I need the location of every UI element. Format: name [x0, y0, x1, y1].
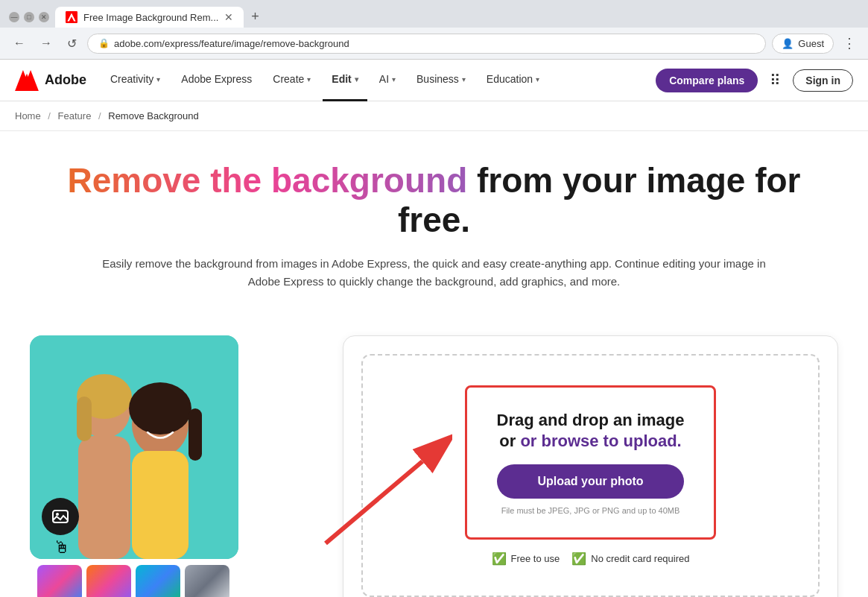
nav-item-business[interactable]: Business ▾ — [408, 60, 475, 101]
free-to-use-label: Free to use — [511, 553, 560, 564]
upload-photo-button[interactable]: Upload your photo — [497, 464, 685, 499]
breadcrumb: Home / Feature / Remove Background — [0, 101, 868, 131]
tab-close-button[interactable]: ✕ — [224, 11, 233, 23]
nav-right: Compare plans ⠿ Sign in — [656, 69, 853, 92]
browser-menu-button[interactable]: ⋮ — [840, 32, 859, 54]
back-button[interactable]: ← — [9, 34, 30, 53]
ai-chevron: ▾ — [392, 75, 396, 83]
upload-file-info: File must be JPEG, JPG or PNG and up to … — [497, 506, 685, 515]
nav-item-ai[interactable]: AI ▾ — [370, 60, 405, 101]
upload-inner-box: Drag and drop an image or or browse to u… — [465, 385, 717, 540]
grid-icon[interactable]: ⠿ — [767, 69, 784, 92]
tab-title: Free Image Background Rem... — [83, 12, 218, 23]
guest-icon: 👤 — [782, 38, 793, 49]
free-to-use-badge: ✅ Free to use — [492, 552, 560, 566]
upload-browse-text: or or browse to upload. — [499, 432, 681, 450]
thumbnail-3[interactable] — [136, 565, 180, 597]
svg-rect-9 — [77, 397, 92, 441]
guest-label: Guest — [798, 38, 824, 49]
breadcrumb-sep-1: / — [48, 110, 51, 121]
create-chevron: ▾ — [307, 75, 311, 83]
svg-rect-15 — [53, 511, 68, 522]
check-icon-no-cc: ✅ — [571, 552, 586, 566]
breadcrumb-current: Remove Background — [108, 110, 198, 121]
breadcrumb-sep-2: / — [98, 110, 101, 121]
hero-section: Remove the background from your image fo… — [0, 131, 868, 335]
nav-item-edit[interactable]: Edit ▾ — [323, 60, 367, 101]
page-content: Adobe Creativity ▾ Adobe Express Create … — [0, 60, 868, 597]
svg-rect-14 — [132, 451, 189, 559]
compare-plans-button[interactable]: Compare plans — [656, 69, 758, 92]
thumbnail-2[interactable] — [86, 565, 131, 597]
business-chevron: ▾ — [462, 75, 466, 83]
hero-title-gradient: Remove the background — [67, 161, 467, 200]
upload-section: Drag and drop an image or or browse to u… — [343, 335, 838, 597]
no-credit-card-label: No credit card required — [591, 553, 689, 564]
breadcrumb-feature[interactable]: Feature — [58, 110, 92, 121]
refresh-button[interactable]: ↺ — [63, 34, 81, 54]
thumbnail-1[interactable] — [37, 565, 82, 597]
nav-item-create[interactable]: Create ▾ — [264, 60, 320, 101]
image-preview: 🖱 — [30, 335, 313, 597]
close-button[interactable]: ✕ — [39, 12, 49, 22]
check-icon-free: ✅ — [492, 552, 507, 566]
svg-point-16 — [56, 513, 59, 516]
address-bar[interactable]: 🔒 adobe.com/express/feature/image/remove… — [87, 34, 766, 54]
no-credit-card-badge: ✅ No credit card required — [571, 552, 689, 566]
nav-items: Creativity ▾ Adobe Express Create ▾ Edit… — [101, 60, 656, 101]
cursor-icon: 🖱 — [54, 538, 70, 557]
browser-toolbar: ← → ↺ 🔒 adobe.com/express/feature/image/… — [0, 28, 868, 60]
tab-bar: Free Image Background Rem... ✕ + — [55, 6, 265, 28]
svg-line-18 — [326, 461, 422, 543]
hero-subtitle: Easily remove the background from images… — [99, 255, 770, 291]
browser-window-controls: — □ ✕ — [9, 12, 49, 22]
svg-rect-13 — [189, 408, 202, 461]
lock-icon: 🔒 — [98, 38, 110, 48]
gallery-icon — [51, 508, 69, 525]
breadcrumb-home[interactable]: Home — [15, 110, 41, 121]
nav-item-education[interactable]: Education ▾ — [478, 60, 548, 101]
browser-frame: — □ ✕ Free Image Background Rem... ✕ + ←… — [0, 0, 868, 597]
free-badges: ✅ Free to use ✅ No credit card required — [492, 552, 690, 566]
nav-item-adobe-express[interactable]: Adobe Express — [172, 60, 261, 101]
arrow-graphic — [303, 417, 452, 551]
adobe-logo[interactable]: Adobe — [15, 70, 86, 91]
svg-rect-7 — [78, 436, 130, 559]
active-tab[interactable]: Free Image Background Rem... ✕ — [55, 7, 244, 28]
thumbnail-strip — [37, 565, 313, 597]
main-content: 🖱 — [0, 335, 868, 597]
gallery-icon-button[interactable] — [42, 498, 79, 535]
hero-title: Remove the background from your image fo… — [45, 161, 823, 240]
edit-chevron: ▾ — [355, 75, 358, 83]
thumbnail-4[interactable] — [185, 565, 229, 597]
svg-point-12 — [129, 382, 191, 435]
guest-button[interactable]: 👤 Guest — [772, 34, 834, 54]
minimize-button[interactable]: — — [9, 12, 19, 22]
nav-item-creativity[interactable]: Creativity ▾ — [101, 60, 169, 101]
upload-drop-area[interactable]: Drag and drop an image or or browse to u… — [361, 354, 820, 597]
sign-in-button[interactable]: Sign in — [793, 69, 853, 92]
upload-drag-drop-text: Drag and drop an image or or browse to u… — [497, 410, 685, 452]
education-chevron: ▾ — [536, 75, 539, 83]
adobe-logo-svg — [15, 70, 39, 91]
maximize-button[interactable]: □ — [24, 12, 34, 22]
adobe-favicon — [66, 11, 77, 23]
adobe-navbar: Adobe Creativity ▾ Adobe Express Create … — [0, 60, 868, 101]
url-text: adobe.com/express/feature/image/remove-b… — [114, 38, 349, 49]
adobe-wordmark: Adobe — [45, 72, 86, 88]
new-tab-button[interactable]: + — [245, 6, 265, 28]
browser-title-bar: — □ ✕ Free Image Background Rem... ✕ + — [0, 0, 868, 28]
creativity-chevron: ▾ — [156, 75, 160, 83]
forward-button[interactable]: → — [36, 34, 57, 53]
